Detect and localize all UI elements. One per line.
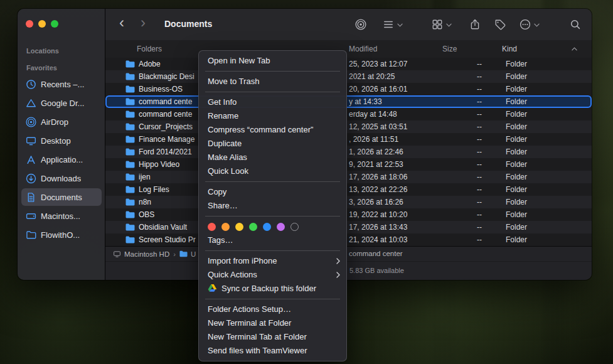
path-segment-disk[interactable]: Macintosh HD <box>113 250 169 258</box>
sidebar-item-airdrop[interactable]: AirDrop <box>21 113 102 131</box>
file-name: command cente <box>139 97 192 106</box>
menu-item-compress-command-center[interactable]: Compress “command center” <box>199 123 346 137</box>
column-header-kind[interactable]: Kind <box>502 45 517 53</box>
sidebar-item-desktop[interactable]: Desktop <box>21 132 102 149</box>
file-date-modified: 20, 2026 at 16:01 <box>349 85 407 94</box>
folder-outline-icon <box>26 230 36 240</box>
chevron-down-icon[interactable] <box>534 23 540 27</box>
sidebar-item-downloads[interactable]: Downloads <box>21 169 102 187</box>
menu-item-open-in-new-tab[interactable]: Open in New Tab <box>199 54 346 68</box>
menu-item-move-to-trash[interactable]: Move to Trash <box>199 75 346 88</box>
menu-item-get-info[interactable]: Get Info <box>199 95 346 109</box>
path-segment-current[interactable]: command center <box>349 250 403 257</box>
menu-item-new-terminal-at-folder[interactable]: New Terminal at Folder <box>199 316 346 330</box>
file-row-ijen[interactable]: ijen17, 2026 at 18:06--Folder <box>105 171 592 183</box>
menu-item-label: Tags… <box>208 235 233 245</box>
hdd-icon <box>26 211 36 222</box>
menu-item-folder-actions-setup[interactable]: Folder Actions Setup… <box>199 302 346 316</box>
file-date-modified: 13, 2022 at 22:26 <box>349 185 407 194</box>
share-icon[interactable] <box>469 19 481 30</box>
file-date-modified: 17, 2026 at 18:06 <box>349 173 407 181</box>
menu-separator <box>205 71 340 72</box>
tag-none-button[interactable] <box>291 223 299 231</box>
column-header-size[interactable]: Size <box>442 45 457 53</box>
tag-green-button[interactable] <box>249 223 257 231</box>
file-name: n8n <box>139 198 151 206</box>
sidebar-item-applicatio[interactable]: Applicatio... <box>21 151 102 168</box>
menu-item-send-files-with-teamviewer[interactable]: Send files with TeamViewer <box>199 344 346 358</box>
tag-purple-button[interactable] <box>277 223 285 231</box>
close-button[interactable] <box>26 20 33 28</box>
forward-button[interactable]: › <box>141 14 146 31</box>
menu-item-import-from-iphone[interactable]: Import from iPhone <box>199 254 346 268</box>
menu-item-tags[interactable]: Tags… <box>199 233 346 247</box>
file-date-modified: 1, 2026 at 22:46 <box>349 147 403 156</box>
folder-icon <box>125 123 135 131</box>
list-view-icon[interactable] <box>383 19 394 30</box>
tag-orange-button[interactable] <box>221 223 230 231</box>
status-text: 5.83 GB available <box>349 267 404 274</box>
menu-item-label: Rename <box>208 111 238 120</box>
menu-item-sync-or-backup-this-folder[interactable]: Sync or Backup this folder <box>199 282 346 296</box>
menu-item-label: Quick Look <box>208 166 248 176</box>
column-header-name[interactable]: Folders <box>137 45 162 53</box>
folder-icon <box>125 186 135 193</box>
menu-item-quick-actions[interactable]: Quick Actions <box>199 268 346 282</box>
file-row-adobe[interactable]: Adobe25, 2023 at 12:07--Folder <box>105 58 592 70</box>
minimize-button[interactable] <box>38 20 46 28</box>
tag-yellow-button[interactable] <box>235 223 243 231</box>
menu-item-rename[interactable]: Rename <box>199 109 346 123</box>
file-row-command-cente[interactable]: command centey at 14:33--Folder <box>105 95 592 108</box>
computer-icon <box>113 250 121 258</box>
file-kind: Folder <box>506 185 527 194</box>
tag-icon[interactable] <box>494 19 506 30</box>
search-icon[interactable] <box>570 19 581 30</box>
file-row-ford-2014-2021[interactable]: Ford 2014/20211, 2026 at 22:46--Folder <box>105 146 592 158</box>
tag-blue-button[interactable] <box>263 223 271 231</box>
sidebar-item-label: Google Dr... <box>41 99 84 108</box>
file-row-cursor-projects[interactable]: Cursor_Projects12, 2025 at 03:51--Folder <box>105 120 592 133</box>
file-row-finance-manage[interactable]: Finance Manage, 2026 at 11:51--Folder <box>105 133 592 146</box>
menu-item-duplicate[interactable]: Duplicate <box>199 137 346 151</box>
group-view-icon[interactable] <box>432 19 443 30</box>
file-row-hippo-video[interactable]: Hippo Video9, 2021 at 22:53--Folder <box>105 158 592 171</box>
file-row-command-cente[interactable]: command centeerday at 14:48--Folder <box>105 108 592 120</box>
back-button[interactable]: ‹ <box>119 14 124 31</box>
file-row-obsidian-vault[interactable]: Obsidian Vault17, 2026 at 13:43--Folder <box>105 221 592 233</box>
chevron-down-icon[interactable] <box>397 23 403 27</box>
file-kind: Folder <box>506 110 527 119</box>
file-size: -- <box>444 173 482 181</box>
file-row-screen-studio-pr[interactable]: Screen Studio Pr21, 2024 at 10:03--Folde… <box>105 233 592 246</box>
sidebar-list: LocationsFavoritesRecents –...Google Dr.… <box>21 40 102 245</box>
sort-chevron-up-icon[interactable] <box>572 47 577 51</box>
menu-item-share[interactable]: Share… <box>199 199 346 213</box>
tag-red-button[interactable] <box>208 223 216 231</box>
menu-item-label: New Terminal Tab at Folder <box>208 332 307 341</box>
file-row-business-os[interactable]: Business-OS20, 2026 at 16:01--Folder <box>105 83 592 95</box>
path-bar: Macintosh HD › U command center <box>105 246 592 261</box>
sidebar-item-macintos[interactable]: Macintos... <box>21 207 102 225</box>
sidebar-item-recents[interactable]: Recents –... <box>21 75 102 93</box>
file-row-blackmagic-desi[interactable]: Blackmagic Desi2021 at 20:25--Folder <box>105 70 592 83</box>
sidebar-item-google-dr[interactable]: Google Dr... <box>21 94 102 112</box>
airdrop-icon[interactable] <box>355 19 366 30</box>
menu-item-copy[interactable]: Copy <box>199 185 346 199</box>
folder-icon <box>125 136 135 143</box>
menu-item-make-alias[interactable]: Make Alias <box>199 151 346 164</box>
column-header-date-modified[interactable]: Modified <box>349 45 377 53</box>
file-date-modified: 2021 at 20:25 <box>349 72 395 81</box>
file-row-obs[interactable]: OBS19, 2022 at 10:20--Folder <box>105 208 592 221</box>
more-icon[interactable] <box>520 19 531 30</box>
file-row-log-files[interactable]: Log Files13, 2022 at 22:26--Folder <box>105 183 592 196</box>
sidebar-item-documents[interactable]: Documents <box>21 188 102 206</box>
file-name: Ford 2014/2021 <box>139 147 192 156</box>
zoom-button[interactable] <box>51 20 58 28</box>
menu-item-new-terminal-tab-at-folder[interactable]: New Terminal Tab at Folder <box>199 330 346 344</box>
desktop-icon <box>26 136 36 146</box>
chevron-down-icon[interactable] <box>446 23 452 27</box>
file-row-n8n[interactable]: n8n3, 2026 at 16:26--Folder <box>105 196 592 208</box>
sidebar-item-flowitho[interactable]: FlowithO... <box>21 226 102 244</box>
menu-item-quick-look[interactable]: Quick Look <box>199 164 346 178</box>
path-segment-mid[interactable]: U <box>179 250 196 258</box>
file-size: -- <box>444 223 482 232</box>
